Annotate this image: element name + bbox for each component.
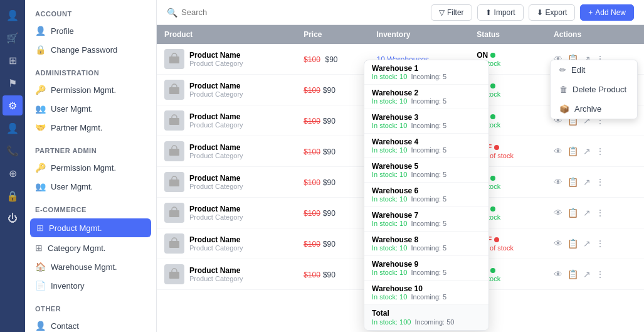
flag-icon[interactable]: ⚑ xyxy=(3,73,23,93)
warehouse-name: Warehouse 6 xyxy=(372,186,481,195)
cart-icon[interactable]: 🛒 xyxy=(3,28,23,48)
action-icons: 👁📋↗⋮ xyxy=(554,269,636,279)
section-partner-admin: PARTNER ADMIN xyxy=(25,137,156,158)
view-icon[interactable]: 👁 xyxy=(554,269,562,279)
copy-icon[interactable]: 📋 xyxy=(567,208,578,218)
context-menu-delete[interactable]: 🗑 Delete Product xyxy=(551,80,637,99)
status-dot xyxy=(490,206,495,212)
product-name: Product Name xyxy=(189,112,243,121)
sidebar-item-user-mgmt[interactable]: 👥 User Mgmt. xyxy=(25,99,156,118)
view-icon[interactable]: 👁 xyxy=(554,146,562,156)
search-box[interactable]: 🔍 xyxy=(167,8,355,18)
sidebar-item-inventory[interactable]: 📄 Inventory xyxy=(25,276,156,295)
product-icon: ⊞ xyxy=(36,223,44,233)
product-name: Product Name xyxy=(189,143,243,152)
grid-icon[interactable]: ⊞ xyxy=(3,50,23,70)
sidebar-item-perm-mgmt[interactable]: 🔑 Permission Mgmt. xyxy=(25,80,156,99)
sidebar-item-category-mgmt[interactable]: ⊞ Category Mgmt. xyxy=(25,238,156,257)
edit-icon: ✏ xyxy=(559,65,566,75)
product-cell: Product NameProduct Category xyxy=(164,233,288,254)
filter-button[interactable]: ▽ Filter xyxy=(431,4,472,21)
status-indicator: ON xyxy=(477,51,539,60)
more-icon[interactable]: ⋮ xyxy=(596,238,604,249)
sidebar-item-partner-user[interactable]: 👥 User Mgmt. xyxy=(25,177,156,196)
plus-circle-icon[interactable]: ⊕ xyxy=(3,163,23,183)
product-thumbnail xyxy=(164,264,184,284)
context-menu: ✏ Edit 🗑 Delete Product 📦 Archive xyxy=(550,60,638,119)
warehouse-detail: In stock: 10 Incoming: 5 xyxy=(372,293,481,301)
view-icon[interactable]: 👁 xyxy=(554,208,562,218)
product-thumbnail xyxy=(164,110,184,131)
warehouse-detail: In stock: 10 Incoming: 5 xyxy=(372,122,481,129)
add-icon: + xyxy=(588,8,593,17)
sidebar-item-profile[interactable]: 👤 Profile xyxy=(25,21,156,40)
sidebar-item-partner-perm[interactable]: 🔑 Permission Mgmt. xyxy=(25,158,156,177)
product-name: Product Name xyxy=(189,174,243,183)
copy-icon[interactable]: 📋 xyxy=(567,269,578,279)
more-icon[interactable]: ⋮ xyxy=(596,146,604,156)
product-category: Product Category xyxy=(189,152,243,159)
price-new: $90 xyxy=(325,55,337,64)
status-dot xyxy=(490,83,495,88)
search-icon: 🔍 xyxy=(167,8,177,18)
product-name: Product Name xyxy=(189,235,243,244)
product-name: Product Name xyxy=(189,82,243,90)
sidebar-item-contact[interactable]: 👤 Contact xyxy=(25,316,156,332)
share-icon[interactable]: ↗ xyxy=(583,177,591,187)
copy-icon[interactable]: 📋 xyxy=(567,146,578,156)
sidebar-item-partner-mgmt[interactable]: 🤝 Partner Mgmt. xyxy=(25,118,156,137)
product-thumbnail xyxy=(164,80,184,100)
svg-rect-5 xyxy=(169,210,179,217)
context-menu-edit[interactable]: ✏ Edit xyxy=(551,60,637,80)
export-button[interactable]: ⬇ Export xyxy=(529,4,576,21)
product-name: Product Name xyxy=(189,266,243,275)
action-icons: 👁📋↗⋮ xyxy=(554,177,636,187)
add-new-button[interactable]: + Add New xyxy=(580,4,634,21)
price-old: $100 xyxy=(304,209,320,218)
warehouse-popup: Warehouse 1 In stock: 10 Incoming: 5 War… xyxy=(364,60,489,331)
svg-rect-6 xyxy=(169,241,179,248)
lock-icon[interactable]: 🔒 xyxy=(3,186,23,206)
product-thumbnail xyxy=(164,141,184,161)
warehouse-name: Warehouse 3 xyxy=(372,113,481,122)
warehouse-detail: In stock: 10 Incoming: 5 xyxy=(372,220,481,227)
section-account: ACCOUNT xyxy=(25,0,156,21)
price-old: $100 xyxy=(304,178,320,187)
view-icon[interactable]: 👁 xyxy=(554,177,562,187)
col-product: Product xyxy=(157,25,296,44)
product-cell: Product NameProduct Category xyxy=(164,141,288,161)
logout-icon[interactable]: ⏻ xyxy=(3,208,23,228)
sidebar-item-warehouse-mgmt[interactable]: 🏠 Warehouse Mgmt. xyxy=(25,257,156,276)
sidebar-item-change-password[interactable]: 🔒 Change Password xyxy=(25,40,156,59)
person-icon[interactable]: 👤 xyxy=(3,118,23,138)
more-icon[interactable]: ⋮ xyxy=(596,269,604,279)
more-icon[interactable]: ⋮ xyxy=(596,177,604,187)
add-user-icon[interactable]: 👤 xyxy=(3,5,23,25)
product-category: Product Category xyxy=(189,244,243,252)
price-new: $90 xyxy=(323,86,335,95)
copy-icon[interactable]: 📋 xyxy=(567,238,578,249)
status-label: ON xyxy=(477,51,488,60)
settings-icon[interactable]: ⚙ xyxy=(3,95,23,115)
price-old: $100 xyxy=(304,240,320,249)
product-cell: Product NameProduct Category xyxy=(164,203,288,223)
category-icon: ⊞ xyxy=(35,243,43,253)
more-icon[interactable]: ⋮ xyxy=(596,208,604,218)
import-button[interactable]: ⬆ Import xyxy=(477,4,524,21)
svg-rect-3 xyxy=(169,149,179,156)
search-input[interactable] xyxy=(181,8,355,17)
key-icon: 🔑 xyxy=(35,85,46,95)
product-cell: Product NameProduct Category xyxy=(164,172,288,192)
svg-rect-1 xyxy=(169,87,179,94)
share-icon[interactable]: ↗ xyxy=(583,208,591,218)
view-icon[interactable]: 👁 xyxy=(554,238,562,249)
share-icon[interactable]: ↗ xyxy=(583,269,591,279)
context-menu-archive[interactable]: 📦 Archive xyxy=(551,99,637,119)
copy-icon[interactable]: 📋 xyxy=(567,177,578,187)
sidebar-item-product-mgmt[interactable]: ⊞ Product Mgmt. xyxy=(30,218,151,237)
share-icon[interactable]: ↗ xyxy=(583,238,591,249)
warehouse-detail: In stock: 10 Incoming: 5 xyxy=(372,195,481,203)
share-icon[interactable]: ↗ xyxy=(583,146,591,156)
sidebar: ACCOUNT 👤 Profile 🔒 Change Password ADMI… xyxy=(25,0,157,332)
phone-icon[interactable]: 📞 xyxy=(3,141,23,161)
